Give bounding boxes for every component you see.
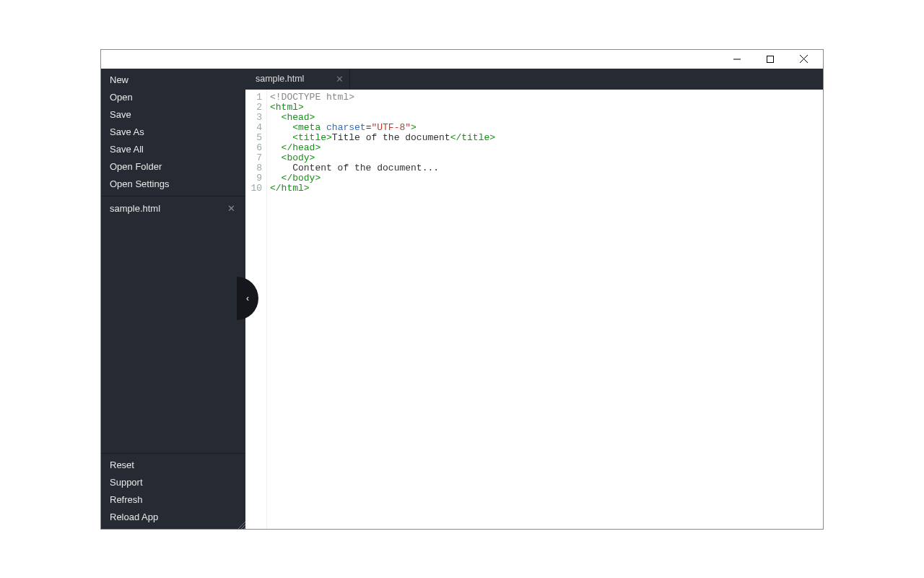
menu-item-open-settings[interactable]: Open Settings	[101, 176, 245, 193]
window: New Open Save Save As Save All Open Fold…	[100, 49, 824, 530]
sidebar-open-file-item[interactable]: sample.html ✕	[101, 199, 245, 217]
line-number: 4	[245, 123, 262, 133]
tab-sample-html[interactable]: sample.html ✕	[245, 69, 350, 90]
menu-item-save[interactable]: Save	[101, 106, 245, 124]
line-number: 1	[245, 92, 262, 103]
line-number: 3	[245, 113, 262, 123]
line-number: 9	[245, 173, 262, 184]
sidebar-menu-top: New Open Save Save As Save All Open Fold…	[101, 69, 245, 196]
tab-label: sample.html	[256, 74, 304, 84]
window-close-button[interactable]	[787, 50, 820, 69]
code-line: Content of the document...	[270, 163, 823, 173]
menu-item-reload-app[interactable]: Reload App	[101, 509, 245, 526]
menu-item-reset[interactable]: Reset	[101, 457, 245, 474]
window-minimize-button[interactable]	[720, 50, 754, 69]
window-titlebar	[101, 50, 823, 69]
line-number: 7	[245, 153, 262, 163]
code-line: <body>	[270, 153, 823, 163]
menu-item-refresh[interactable]: Refresh	[101, 491, 245, 509]
menu-item-save-all[interactable]: Save All	[101, 141, 245, 158]
code-line: </head>	[270, 143, 823, 153]
app-body: New Open Save Save As Save All Open Fold…	[101, 69, 823, 529]
sidebar-menu-bottom: Reset Support Refresh Reload App	[101, 454, 245, 529]
line-number: 6	[245, 143, 262, 153]
menu-item-save-as[interactable]: Save As	[101, 124, 245, 141]
sidebar-open-files: sample.html ✕	[101, 196, 245, 454]
sidebar: New Open Save Save As Save All Open Fold…	[101, 69, 245, 529]
editor-pane: sample.html ✕ 12345678910 <!DOCTYPE html…	[245, 69, 823, 529]
close-icon[interactable]: ✕	[226, 203, 237, 214]
menu-item-open-folder[interactable]: Open Folder	[101, 158, 245, 176]
chevron-left-icon: ‹	[246, 293, 249, 303]
svg-rect-1	[767, 56, 774, 62]
menu-item-new[interactable]: New	[101, 72, 245, 89]
line-number: 2	[245, 103, 262, 113]
code-line: <!DOCTYPE html>	[270, 92, 823, 103]
sidebar-open-file-label: sample.html	[110, 203, 226, 214]
resize-handle-icon[interactable]	[237, 520, 245, 529]
code-line: <head>	[270, 113, 823, 123]
line-number: 10	[245, 184, 262, 194]
code-line: <html>	[270, 103, 823, 113]
code-line: <title>Title of the document</title>	[270, 133, 823, 143]
menu-item-support[interactable]: Support	[101, 474, 245, 491]
menu-item-open[interactable]: Open	[101, 89, 245, 106]
code-line: </body>	[270, 173, 823, 184]
svg-line-6	[244, 527, 245, 529]
code-line: <meta charset="UTF-8">	[270, 123, 823, 133]
line-number: 5	[245, 133, 262, 143]
line-number: 8	[245, 163, 262, 173]
code-line: </html>	[270, 184, 823, 194]
window-maximize-button[interactable]	[754, 50, 787, 69]
close-icon[interactable]: ✕	[336, 74, 344, 85]
code-editor[interactable]: 12345678910 <!DOCTYPE html><html> <head>…	[245, 90, 823, 529]
code-content[interactable]: <!DOCTYPE html><html> <head> <meta chars…	[267, 90, 823, 529]
tab-bar: sample.html ✕	[245, 69, 823, 90]
